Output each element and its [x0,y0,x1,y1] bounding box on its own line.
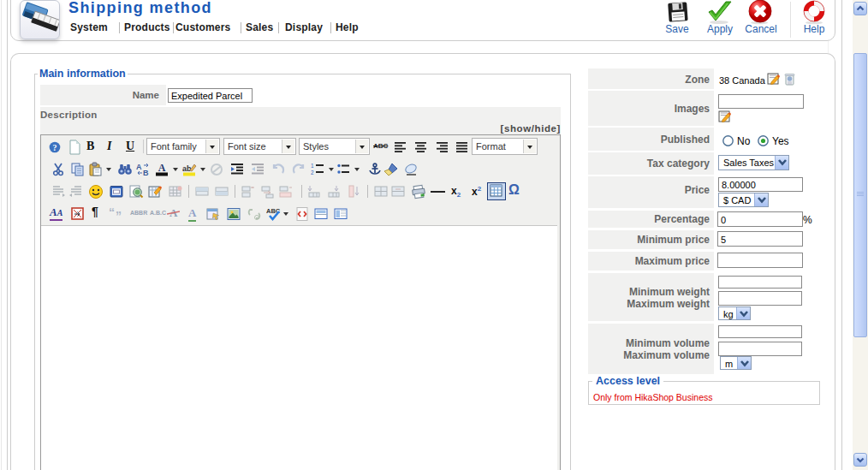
svg-text:B: B [143,169,149,177]
svg-text:ab: ab [182,164,192,173]
svg-text:A: A [136,163,142,171]
svg-text:A: A [158,162,166,174]
svg-text:“: “ [109,206,115,219]
svg-text:”: ” [116,209,122,222]
svg-text:1: 1 [311,163,314,169]
svg-text:2: 2 [311,170,314,176]
svg-text:?: ? [53,143,57,152]
